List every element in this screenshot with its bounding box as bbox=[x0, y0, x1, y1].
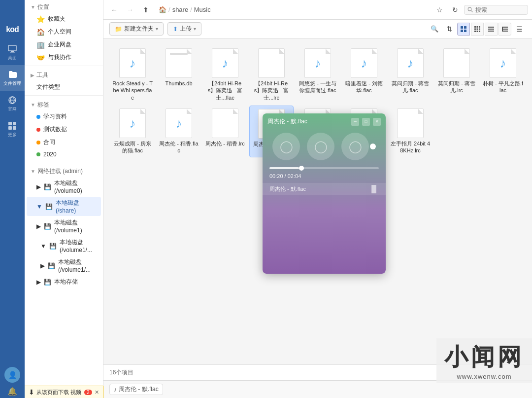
file-label: Rock Stead y - The Whi spers.flac bbox=[112, 80, 153, 101]
tag-dot-blue bbox=[36, 115, 40, 119]
new-folder-button[interactable]: 📁 新建文件夹 ▾ bbox=[109, 22, 164, 36]
music-note: ♪ bbox=[130, 56, 136, 71]
file-label: 周杰伦 - 稻香.flac bbox=[159, 140, 199, 154]
forward-button[interactable]: → bbox=[123, 3, 137, 17]
new-folder-chevron: ▾ bbox=[156, 26, 158, 32]
sidebar-item-enterprise[interactable]: 🏢 企业网盘 bbox=[27, 38, 101, 51]
file-item[interactable]: 【24bit Hi-Res】陈奕迅 - 富士...lrc bbox=[249, 45, 294, 104]
sidebar-item-filetype[interactable]: 文件类型 bbox=[27, 81, 101, 93]
toolbar-right: ☆ ↻ bbox=[432, 3, 528, 17]
file-icon-wrapper: ♪ bbox=[488, 48, 518, 78]
file-icon-wrapper: ♪ bbox=[349, 48, 379, 78]
player-popup: 周杰伦 - 默.flac ─ □ ✕ ◯ ◯ ◯ 00:20 / bbox=[263, 113, 386, 274]
file-item[interactable]: 周杰伦 - 稻香.lrc bbox=[203, 106, 247, 157]
user-avatar[interactable]: 👤 bbox=[4, 367, 20, 383]
nav-internet[interactable]: 官网 bbox=[0, 91, 25, 116]
nav-desktop[interactable]: 桌面 bbox=[0, 39, 25, 65]
view-list-button[interactable] bbox=[485, 23, 498, 36]
sidebar-item-vol1b[interactable]: ▶ 💾 本地磁盘(/volume1/... bbox=[27, 256, 101, 275]
file-icon-wrapper: ♪ bbox=[396, 48, 425, 78]
nav-more[interactable]: 更多 bbox=[0, 116, 25, 142]
playlist-item-name: 周杰伦 - 默.flac bbox=[269, 185, 366, 193]
file-item[interactable]: Thumbs.db bbox=[157, 45, 201, 104]
file-item[interactable]: ♪ 朴树 - 平凡之路.flac bbox=[481, 45, 525, 104]
view-large-icon-button[interactable] bbox=[457, 23, 470, 36]
player-close-button[interactable]: ✕ bbox=[373, 118, 381, 126]
music-note: ♪ bbox=[130, 116, 136, 131]
refresh-button[interactable]: ↻ bbox=[448, 3, 462, 17]
file-item[interactable]: ♪ 阿悠悠 - 一生与你缠肩而过.flac bbox=[296, 45, 340, 104]
sidebar-item-shared[interactable]: 🤝 与我协作 bbox=[27, 51, 101, 64]
svg-rect-21 bbox=[477, 31, 478, 32]
progress-bar[interactable] bbox=[269, 167, 379, 169]
file-icon-wrapper bbox=[210, 109, 240, 138]
view-small-icon-button[interactable] bbox=[471, 23, 484, 36]
text-file-icon bbox=[258, 48, 285, 78]
section-location[interactable]: ▼ 位置 bbox=[25, 0, 103, 12]
logo: kod bbox=[0, 20, 25, 39]
sidebar-item-tag2[interactable]: 测试数据 bbox=[27, 123, 101, 136]
view-detail-button[interactable] bbox=[499, 23, 511, 36]
sidebar-item-vol0[interactable]: ▶ 💾 本地磁盘(/volume0) bbox=[27, 177, 101, 196]
player-window-controls: ─ □ ✕ bbox=[351, 118, 381, 126]
file-item[interactable]: 莫问归期 - 蒋雪儿.lrc bbox=[434, 45, 479, 104]
breadcrumb-home-icon: 🏠 bbox=[159, 6, 166, 13]
file-label: 莫问归期 - 蒋雪儿.flac bbox=[390, 80, 431, 94]
svg-rect-23 bbox=[488, 27, 494, 28]
player-progress-area bbox=[263, 165, 386, 171]
playlist-item[interactable]: 周杰伦 - 默.flac ▐▌ bbox=[263, 183, 386, 195]
breadcrumb-share[interactable]: share bbox=[172, 6, 189, 13]
file-item[interactable]: ♪ 周杰伦 - 稻香.flac bbox=[157, 106, 201, 157]
player-minimize-button[interactable]: ─ bbox=[351, 118, 359, 126]
sort-button[interactable]: ⇅ bbox=[442, 22, 456, 36]
music-file-icon: ♪ bbox=[119, 48, 146, 78]
file-item[interactable]: 左手指月 24bit 48KHz.lrc bbox=[388, 106, 432, 157]
nav-files[interactable]: 文件管理 bbox=[0, 65, 25, 91]
zoom-in-button[interactable]: 🔍 bbox=[428, 22, 441, 36]
svg-rect-17 bbox=[474, 28, 476, 30]
up-button[interactable]: ⬆ bbox=[139, 3, 153, 17]
upload-chevron: ▾ bbox=[194, 26, 196, 32]
file-item[interactable]: ♪ 暗里着迷 - 刘德华.flac bbox=[342, 45, 386, 104]
download-close-button[interactable]: ✕ bbox=[95, 389, 99, 396]
sidebar-item-vol1[interactable]: ▶ 💾 本地磁盘(/volume1) bbox=[27, 217, 101, 236]
file-label: 【24bit Hi-Res】陈奕迅 - 富士...lrc bbox=[251, 80, 292, 101]
expand-arrow5: ▶ bbox=[36, 279, 41, 286]
sidebar-item-personal[interactable]: 🏠 个人空间 bbox=[27, 26, 101, 38]
breadcrumb-music[interactable]: Music bbox=[194, 6, 211, 13]
detail-view-icon bbox=[501, 26, 508, 33]
sidebar-item-vol1a[interactable]: ▼ 💾 本地磁盘(/volume1/... bbox=[27, 236, 101, 255]
svg-rect-16 bbox=[479, 26, 480, 28]
album-placeholder-icon: ◯ bbox=[280, 140, 293, 153]
sidebar-item-tag4[interactable]: 2020 bbox=[27, 149, 101, 160]
nav-more-label: 更多 bbox=[8, 132, 17, 138]
sidebar-item-favorites[interactable]: ⭐ 收藏夹 bbox=[27, 13, 101, 25]
upload-button[interactable]: ⬆ 上传 ▾ bbox=[167, 22, 201, 36]
sidebar-item-share[interactable]: ▼ 💾 本地磁盘(/share) bbox=[27, 197, 101, 216]
notification-icon[interactable]: 🔔 bbox=[7, 387, 17, 396]
svg-rect-25 bbox=[488, 31, 494, 32]
sidebar-item-local[interactable]: ▶ 💾 本地存储 bbox=[27, 276, 101, 288]
tag-dot-green bbox=[36, 152, 40, 156]
sidebar-item-tag1[interactable]: 学习资料 bbox=[27, 110, 101, 123]
file-label: 【24bit Hi-Res】陈奕迅 - 富士...flac bbox=[205, 80, 245, 101]
music-file-icon: ♪ bbox=[304, 48, 331, 78]
section-tools[interactable]: ▶ 工具 bbox=[25, 68, 103, 80]
file-item[interactable]: ♪ Rock Stead y - The Whi spers.flac bbox=[110, 45, 155, 104]
player-expand-button[interactable]: □ bbox=[362, 118, 370, 126]
bookmark-button[interactable]: ☆ bbox=[432, 3, 446, 17]
player-art-area: ◯ ◯ ◯ bbox=[263, 128, 386, 165]
file-item[interactable]: ♪ 莫问归期 - 蒋雪儿.flac bbox=[388, 45, 432, 104]
sidebar-item-tag3[interactable]: 合同 bbox=[27, 136, 101, 148]
settings-button[interactable]: ☰ bbox=[512, 22, 526, 36]
player-playlist: 周杰伦 - 默.flac ▐▌ bbox=[263, 181, 386, 274]
file-item[interactable]: ♪ 【24bit Hi-Res】陈奕迅 - 富士...flac bbox=[203, 45, 247, 104]
music-file-icon: ♪ bbox=[212, 48, 238, 78]
text-file-icon bbox=[212, 109, 238, 138]
back-button[interactable]: ← bbox=[107, 3, 121, 17]
section-network[interactable]: ▼ 网络挂载 (admin) bbox=[25, 164, 103, 177]
svg-rect-22 bbox=[479, 31, 480, 32]
file-item[interactable]: ♪ 云烟成雨 - 房东的猫.flac bbox=[110, 106, 155, 157]
section-tags[interactable]: ▼ 标签 bbox=[25, 98, 103, 110]
search-input[interactable] bbox=[475, 6, 525, 13]
